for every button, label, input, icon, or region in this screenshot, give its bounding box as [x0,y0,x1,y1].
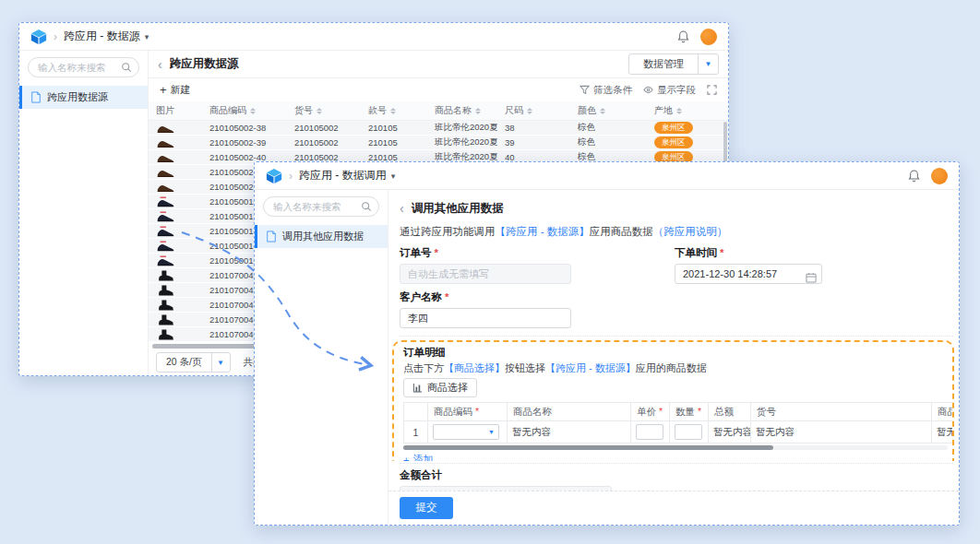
product-thumbnail [149,285,202,296]
sidebar-item-datasource[interactable]: 跨应用数据源 [19,86,148,109]
cross-app-help-link[interactable]: （跨应用说明） [653,226,728,237]
app-title[interactable]: 跨应用 - 数据源 [64,29,140,44]
back-chevron-icon[interactable]: ‹ [400,202,404,215]
order-time-input[interactable] [675,264,822,284]
document-icon [30,91,42,103]
display-fields-button[interactable]: 显示字段 [643,84,696,97]
customer-name-input[interactable] [400,308,571,328]
column-header-size: 尺码 [497,104,570,117]
product-thumbnail [149,255,202,266]
user-avatar[interactable] [700,29,717,45]
product-thumbnail [149,211,202,222]
product-thumbnail [149,270,202,281]
sneaker-shoe-image [156,226,174,237]
product-thumbnail [149,123,202,134]
filter-button[interactable]: 筛选条件 [580,84,632,97]
cell-style-no: 210105 [361,137,427,148]
sneaker-shoe-image [156,241,174,252]
sort-icon[interactable] [676,108,682,114]
datasource-header: › 跨应用 - 数据源 ▾ [19,23,728,51]
required-mark: * [435,247,438,258]
column-header-image: 图片 [149,104,202,117]
breadcrumb-chevron-icon: › [54,30,57,43]
order-time-field: 下单时间* [675,246,953,284]
eye-icon [643,85,653,95]
sort-icon[interactable] [250,108,256,114]
boot-shoe-image [156,314,174,325]
data-manage-button[interactable]: 数据管理 ▼ [628,53,719,75]
cell-product-name: 班比帝伦2020夏季真皮.. [427,136,497,148]
section-divider [400,336,953,337]
product-code-select[interactable]: ▼ [433,424,499,440]
column-header-code: 商品编码 [202,104,287,117]
column-header-name: 商品名称 [507,403,630,420]
cell-item-no: 210105002 [287,123,361,133]
back-chevron-icon[interactable]: ‹ [158,58,162,71]
table-row[interactable]: 210105002-38 210105002 210105 班比帝伦2020夏季… [149,121,728,136]
sidebar-item-datacall[interactable]: 调用其他应用数据 [255,225,388,248]
sidebar-item-label: 调用其他应用数据 [282,230,364,243]
new-record-button[interactable]: + 新建 [160,83,191,97]
app-switch-caret-icon[interactable]: ▾ [391,171,396,181]
sort-icon[interactable] [475,108,481,114]
sort-icon[interactable] [390,108,396,114]
column-header-total: 总额 [708,403,750,420]
order-no-input[interactable] [400,264,571,284]
boot-shoe-image [156,329,174,340]
loafer-shoe-image [156,167,174,178]
breadcrumb-chevron-icon: › [289,170,293,183]
column-header-style-no: 款号 [361,104,427,117]
price-input[interactable] [636,424,663,440]
datasource-app-link[interactable]: 【跨应用 - 数据源】 [545,362,636,373]
bar-chart-icon [412,383,423,393]
notification-bell-icon[interactable] [676,30,690,44]
data-manage-caret-icon[interactable]: ▼ [698,54,718,74]
cell-product-name-empty: 暂无内容 [507,420,630,443]
cell-size: 38 [497,123,570,133]
product-thumbnail [149,196,202,207]
origin-badge: 泉州区 [654,122,693,134]
app-title[interactable]: 跨应用 - 数据调用 [299,168,387,183]
notification-bell-icon[interactable] [907,169,921,183]
table-row[interactable]: 210105002-39 210105002 210105 班比帝伦2020夏季… [149,136,728,150]
fullscreen-icon[interactable] [707,85,717,95]
add-row-button[interactable]: + 添加 [403,453,952,461]
product-thumbnail [149,137,202,148]
sort-icon[interactable] [317,108,322,114]
funnel-icon [580,85,590,95]
column-header-color: 颜色 [570,104,647,117]
sort-icon[interactable] [600,108,605,114]
cell-color: 棕色 [570,122,647,134]
order-detail-highlight-box: 订单明细 点击下方【商品选择】按钮选择【跨应用 - 数据源】应用的商品数据 商品… [392,340,954,461]
section-divider [400,463,953,464]
column-header-name: 商品名称 [427,104,497,117]
submit-button[interactable]: 提交 [400,497,453,519]
sneaker-shoe-image [156,211,174,222]
page-size-select[interactable]: 20 条/页 ▼ [156,352,231,373]
column-header-item-no: 货号 [750,403,931,420]
calendar-icon[interactable] [806,272,817,283]
cell-product-code: 210105002-39 [202,137,287,148]
column-header-origin: 产地 [647,104,728,117]
detail-table-row: 1 ▼ 暂无内容 暂无内容 暂无内容 暂无内容 [403,420,952,443]
sort-icon[interactable] [527,108,532,114]
sneaker-shoe-image [156,255,174,266]
cell-item-no: 210105002 [287,137,361,148]
datacall-header: › 跨应用 - 数据调用 ▾ [255,162,959,190]
datasource-app-link[interactable]: 【跨应用 - 数据源】 [496,226,590,237]
detail-table-scrollbar[interactable] [403,445,948,450]
user-avatar[interactable] [931,168,948,184]
sidebar-item-label: 跨应用数据源 [47,90,108,104]
product-select-button[interactable]: 商品选择 [403,378,477,397]
desktop-background: { "colors": { "background": "#dde8f7", "… [0,0,980,544]
cell-size: 39 [497,137,570,148]
table-header-row: 图片 商品编码 货号 款号 商品名称 尺码 颜色 产地 [149,101,728,121]
row-index: 1 [403,420,427,443]
product-select-link[interactable]: 【商品选择】 [444,362,505,373]
app-switch-caret-icon[interactable]: ▾ [145,32,149,41]
page-size-caret-icon[interactable]: ▼ [211,353,230,372]
app-logo-cube-icon [30,29,47,45]
product-thumbnail [149,314,202,325]
detail-section-title: 订单明细 [403,346,952,360]
qty-input[interactable] [675,424,702,440]
